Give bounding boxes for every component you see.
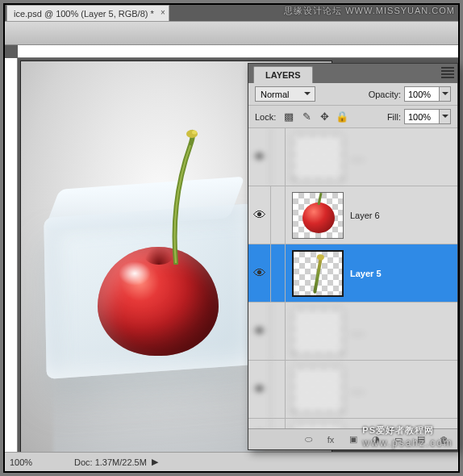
fill-value[interactable]: 100% [404,109,440,124]
layer-list: 👁 ...... 👁 Layer 6 👁 Layer 5 👁 .. [248,128,457,428]
layer-style-icon[interactable]: fx [323,432,338,447]
layer-name[interactable]: ...... [350,152,457,162]
layer-thumbnail[interactable] [292,250,344,297]
opacity-control[interactable]: 100% [404,86,451,102]
zoom-field[interactable]: 100% [10,457,66,467]
layer-name[interactable]: ...... [350,385,457,395]
svg-point-0 [186,130,198,138]
options-bar [5,21,458,45]
status-menu-arrow-icon[interactable]: ▶ [152,457,158,467]
layer-thumbnail[interactable] [292,134,344,181]
blend-mode-value: Normal [261,90,289,99]
blend-opacity-row: Normal Opacity: 100% [248,83,457,106]
lock-fill-row: Lock: ▩ ✎ ✥ 🔒 Fill: 100% [248,106,457,128]
status-bar: 100% Doc: 1.37M/22.5M ▶ [5,452,458,471]
link-column [271,419,286,428]
document-tab-title: ice.psd @ 100% (Layer 5, RGB/8) * [14,9,154,19]
visibility-toggle[interactable]: 👁 [248,361,271,418]
doc-size-info[interactable]: Doc: 1.37M/22.5M [74,457,147,467]
visibility-toggle[interactable]: 👁 [248,244,271,302]
link-column [271,128,286,186]
link-column [271,186,286,244]
visibility-toggle[interactable]: 👁 [248,186,271,244]
lock-all-icon[interactable]: 🔒 [336,111,348,123]
new-group-icon[interactable]: ▭ [391,432,406,447]
layer-row-blurred-top[interactable]: 👁 ...... [248,128,457,186]
layer-thumbnail[interactable] [292,308,344,355]
panel-tabstrip: LAYERS [248,64,457,83]
layer-name[interactable]: ...... [350,327,457,336]
lock-icons: ▩ ✎ ✥ 🔒 [282,111,348,123]
adjustment-layer-icon[interactable]: ◑ [369,432,383,447]
artwork-cherry [98,247,219,356]
layer-thumbnail[interactable] [292,423,344,429]
lock-transparency-icon[interactable]: ▩ [282,111,295,123]
layers-tab[interactable]: LAYERS [253,66,313,83]
fill-slider-arrow-icon[interactable] [440,109,451,124]
opacity-label: Opacity: [369,90,401,99]
panel-menu-icon[interactable] [441,67,454,78]
lock-position-icon[interactable]: ✥ [318,111,331,123]
document-tab[interactable]: ice.psd @ 100% (Layer 5, RGB/8) * × [6,5,169,21]
layer-row-layer6[interactable]: 👁 Layer 6 [248,186,457,244]
layers-panel-footer: ⬭ fx ▣ ◑ ▭ ▤ 🗑 [248,428,457,449]
fill-label: Fill: [387,112,401,122]
fill-control[interactable]: 100% [404,109,451,124]
delete-layer-icon[interactable]: 🗑 [436,432,451,447]
ruler-horizontal[interactable] [18,45,458,58]
layer-row-layer5[interactable]: 👁 Layer 5 [248,244,457,303]
layer-name[interactable]: Layer 6 [350,211,457,220]
link-layers-icon[interactable]: ⬭ [301,432,315,447]
link-column [271,361,286,418]
layer-row-blurred[interactable]: 👁 ...... [248,419,457,428]
link-column [271,303,286,360]
link-column [271,244,286,302]
visibility-toggle[interactable]: 👁 [248,303,271,360]
layer-row-blurred[interactable]: 👁 ...... [248,361,457,419]
layer-row-blurred[interactable]: 👁 ...... [248,303,457,361]
layer-thumbnail[interactable] [292,192,344,239]
opacity-value[interactable]: 100% [404,86,440,102]
opacity-slider-arrow-icon[interactable] [440,86,451,102]
close-tab-icon[interactable]: × [161,8,165,17]
visibility-toggle[interactable]: 👁 [248,419,271,428]
layer-thumbnail[interactable] [292,366,344,413]
ruler-vertical[interactable] [5,58,18,452]
layers-panel: LAYERS Normal Opacity: 100% Lock: ▩ ✎ ✥ … [248,63,458,450]
blend-mode-select[interactable]: Normal [255,86,315,102]
layer-mask-icon[interactable]: ▣ [346,432,361,447]
lock-pixels-icon[interactable]: ✎ [300,111,313,123]
visibility-toggle[interactable]: 👁 [248,128,271,186]
new-layer-icon[interactable]: ▤ [414,432,428,447]
layer-name[interactable]: Layer 5 [350,269,457,278]
lock-label: Lock: [255,112,276,122]
svg-point-1 [192,131,197,135]
